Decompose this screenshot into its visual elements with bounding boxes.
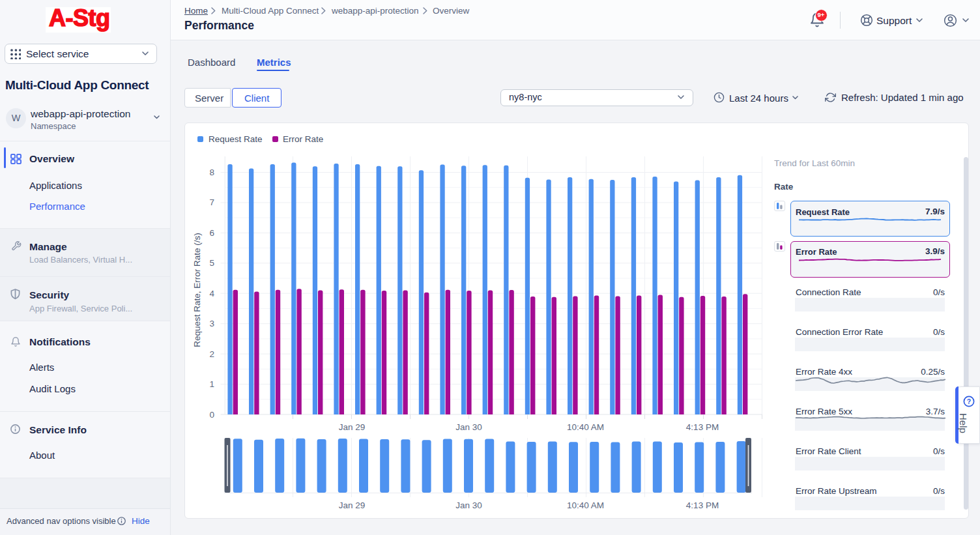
svg-text:2: 2: [209, 349, 214, 359]
svg-text:3: 3: [209, 319, 214, 328]
svg-text:8: 8: [209, 167, 214, 177]
svg-text:Jan 30: Jan 30: [455, 422, 482, 432]
svg-text:6: 6: [209, 228, 214, 238]
svg-text:?: ?: [967, 398, 971, 405]
svg-text:0: 0: [209, 410, 214, 420]
svg-text:Jan 30: Jan 30: [455, 500, 482, 510]
svg-text:4: 4: [209, 289, 214, 298]
svg-text:4:13 PM: 4:13 PM: [686, 500, 719, 510]
svg-text:10:40 AM: 10:40 AM: [567, 422, 604, 432]
svg-text:Jan 29: Jan 29: [339, 500, 366, 510]
svg-text:4:13 PM: 4:13 PM: [686, 422, 719, 432]
svg-text:Jan 29: Jan 29: [339, 422, 366, 432]
svg-text:5: 5: [209, 258, 214, 268]
svg-text:7: 7: [209, 197, 214, 207]
svg-text:Request Rate, Error Rate (/s): Request Rate, Error Rate (/s): [192, 233, 202, 347]
svg-text:10:40 AM: 10:40 AM: [567, 500, 604, 510]
svg-text:1: 1: [209, 379, 214, 389]
